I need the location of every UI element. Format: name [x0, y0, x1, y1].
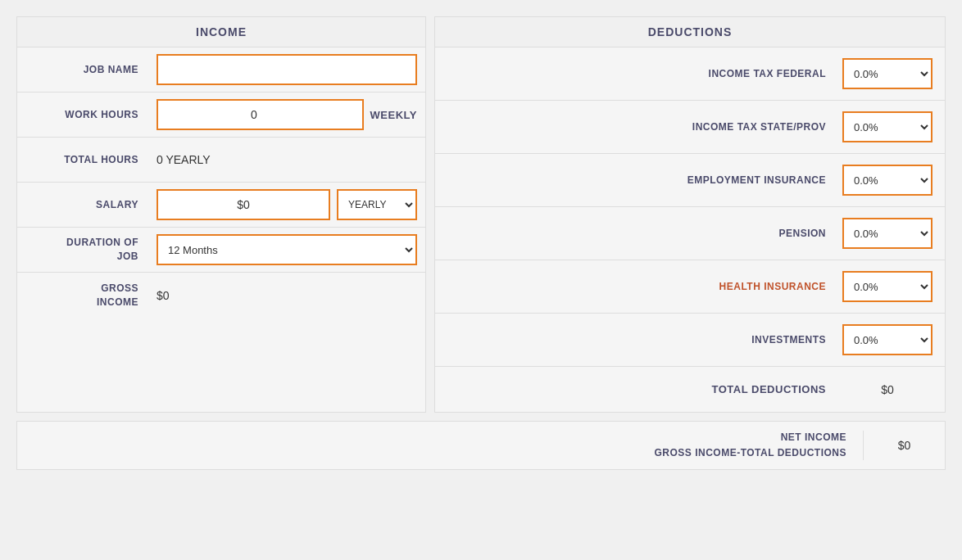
deductions-header: DEDUCTIONS	[435, 17, 945, 47]
job-name-row: JOB NAME	[17, 47, 425, 93]
salary-input[interactable]	[157, 189, 330, 220]
income-tax-state-select[interactable]: 0.0%5.0%10.0%15.0%20.0%25.0%30.0%	[842, 111, 933, 142]
pension-select[interactable]: 0.0%1.0%2.0%3.0%4.0%5.0%	[842, 218, 933, 249]
investments-label: INVESTMENTS	[447, 334, 842, 345]
work-hours-row: WORK HOURS WEEKLY	[17, 93, 425, 138]
investments-select[interactable]: 0.0%1.0%2.0%3.0%4.0%5.0%10.0%15.0%20.0%	[842, 324, 933, 355]
net-income-label: NET INCOME GROSS INCOME-TOTAL DEDUCTIONS	[638, 422, 863, 469]
duration-cell: 1 Months 2 Months 3 Months 4 Months 5 Mo…	[148, 228, 425, 272]
weekly-label: WEEKLY	[370, 109, 417, 121]
employment-insurance-select[interactable]: 0.0%1.0%2.0%3.0%4.0%5.0%	[842, 165, 933, 196]
employment-insurance-row: EMPLOYMENT INSURANCE 0.0%1.0%2.0%3.0%4.0…	[435, 154, 945, 207]
total-hours-label: TOTAL HOURS	[17, 147, 148, 174]
income-tax-federal-row: INCOME TAX FEDERAL 0.0%5.0%10.0%15.0%20.…	[435, 47, 945, 101]
job-name-input[interactable]	[157, 54, 417, 85]
total-hours-row: TOTAL HOURS 0 YEARLY	[17, 138, 425, 183]
health-insurance-select[interactable]: 0.0%1.0%2.0%3.0%4.0%5.0%	[842, 271, 933, 302]
gross-income-row: GROSS INCOME $0	[17, 273, 425, 318]
gross-income-value: $0	[157, 289, 170, 302]
deductions-panel: DEDUCTIONS INCOME TAX FEDERAL 0.0%5.0%10…	[434, 16, 946, 413]
income-tax-federal-label: INCOME TAX FEDERAL	[447, 68, 842, 79]
total-hours-value: 0 YEARLY	[157, 153, 211, 166]
pension-row: PENSION 0.0%1.0%2.0%3.0%4.0%5.0%	[435, 207, 945, 260]
total-deductions-value: $0	[842, 383, 933, 396]
gross-income-value-cell: $0	[148, 282, 425, 309]
job-name-label: JOB NAME	[17, 56, 148, 84]
income-tax-state-row: INCOME TAX STATE/PROV 0.0%5.0%10.0%15.0%…	[435, 101, 945, 154]
net-income-panel: NET INCOME GROSS INCOME-TOTAL DEDUCTIONS…	[16, 421, 946, 470]
pension-label: PENSION	[447, 228, 842, 239]
total-hours-value-cell: 0 YEARLY	[148, 147, 425, 173]
job-name-cell	[148, 47, 425, 92]
total-deductions-label: TOTAL DEDUCTIONS	[447, 383, 842, 395]
work-hours-input[interactable]	[157, 99, 364, 130]
duration-row: DURATION OF JOB 1 Months 2 Months 3 Mont…	[17, 228, 425, 273]
work-hours-label: WORK HOURS	[17, 102, 148, 129]
income-header: INCOME	[17, 17, 425, 47]
salary-period-select[interactable]: YEARLY MONTHLY WEEKLY DAILY HOURLY	[337, 189, 417, 220]
health-insurance-row: HEALTH INSURANCE 0.0%1.0%2.0%3.0%4.0%5.0…	[435, 260, 945, 314]
income-panel: INCOME JOB NAME WORK HOURS WEEKLY TOTAL …	[16, 16, 426, 413]
duration-select[interactable]: 1 Months 2 Months 3 Months 4 Months 5 Mo…	[157, 234, 417, 265]
salary-row: SALARY YEARLY MONTHLY WEEKLY DAILY HOURL…	[17, 183, 425, 228]
income-tax-state-label: INCOME TAX STATE/PROV	[447, 121, 842, 133]
employment-insurance-label: EMPLOYMENT INSURANCE	[447, 174, 842, 186]
total-deductions-row: TOTAL DEDUCTIONS $0	[435, 367, 945, 412]
net-income-value: $0	[863, 431, 945, 460]
salary-label: SALARY	[17, 192, 148, 219]
gross-income-label: GROSS INCOME	[17, 275, 148, 316]
duration-label: DURATION OF JOB	[17, 229, 148, 270]
work-hours-cell: WEEKLY	[148, 93, 425, 137]
salary-cell: YEARLY MONTHLY WEEKLY DAILY HOURLY	[148, 183, 425, 227]
income-tax-federal-select[interactable]: 0.0%5.0%10.0%15.0%20.0%25.0%30.0%	[842, 58, 933, 89]
investments-row: INVESTMENTS 0.0%1.0%2.0%3.0%4.0%5.0%10.0…	[435, 314, 945, 367]
health-insurance-label: HEALTH INSURANCE	[447, 281, 842, 292]
